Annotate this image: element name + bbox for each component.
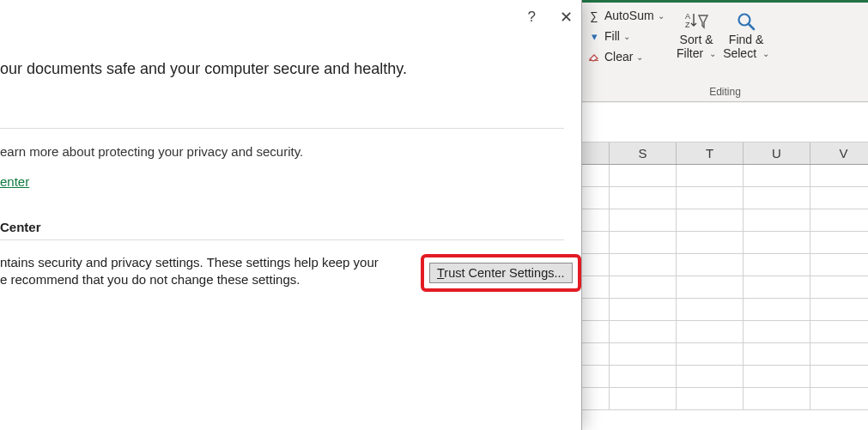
cell[interactable] <box>677 299 744 320</box>
cell[interactable] <box>677 254 744 276</box>
cell[interactable] <box>582 165 610 186</box>
cell[interactable] <box>582 209 610 231</box>
cell[interactable] <box>610 187 677 209</box>
column-header[interactable]: V <box>810 142 868 164</box>
cell[interactable] <box>677 165 744 186</box>
cell[interactable] <box>810 254 868 276</box>
cell[interactable] <box>677 388 744 409</box>
cell[interactable] <box>744 366 810 387</box>
table-row <box>582 388 868 410</box>
cell[interactable] <box>810 209 868 231</box>
trust-center-body: ntains security and privacy settings. Th… <box>0 254 379 288</box>
table-row <box>582 254 868 276</box>
privacy-subtext: earn more about protecting your privacy … <box>0 144 581 159</box>
cell[interactable] <box>744 343 810 365</box>
cell[interactable] <box>582 321 610 342</box>
cell[interactable] <box>610 366 677 387</box>
cell[interactable] <box>610 276 677 298</box>
cell[interactable] <box>744 254 810 276</box>
cell[interactable] <box>744 209 810 231</box>
eraser-icon <box>587 50 601 64</box>
ribbon-editing-group: ∑ AutoSum ⌄ ▾ Fill ⌄ Clear ⌄ <box>582 0 868 103</box>
cell[interactable] <box>610 343 677 365</box>
cell[interactable] <box>582 366 610 387</box>
clear-label: Clear <box>604 50 633 64</box>
sort-filter-label-1: Sort & <box>680 33 713 46</box>
cell[interactable] <box>582 254 610 276</box>
spreadsheet-grid[interactable]: S T U V <box>582 103 868 430</box>
ribbon-group-label: Editing <box>582 86 868 102</box>
cell[interactable] <box>810 187 868 209</box>
cell[interactable] <box>744 187 810 209</box>
trust-center-section-head: Center <box>0 220 581 234</box>
fill-down-icon: ▾ <box>587 30 601 43</box>
dropdown-caret-icon: ⌄ <box>762 49 769 58</box>
column-header[interactable]: T <box>677 142 744 164</box>
cell[interactable] <box>582 232 610 253</box>
svg-line-5 <box>749 24 754 29</box>
cell[interactable] <box>677 276 744 298</box>
cell[interactable] <box>610 388 677 409</box>
sort-filter-label-2: Filter <box>677 46 703 60</box>
column-header[interactable]: S <box>610 142 677 164</box>
cell[interactable] <box>677 343 744 365</box>
column-header[interactable] <box>582 142 610 164</box>
cell[interactable] <box>810 232 868 253</box>
cell[interactable] <box>810 343 868 365</box>
cell[interactable] <box>582 299 610 320</box>
dropdown-caret-icon: ⌄ <box>709 49 716 58</box>
dropdown-caret-icon: ⌄ <box>623 32 630 41</box>
find-select-button[interactable]: Find & Select⌄ <box>723 9 769 60</box>
help-button[interactable]: ? <box>528 9 536 26</box>
cell[interactable] <box>677 321 744 342</box>
sort-filter-icon: A Z <box>683 9 709 33</box>
cell[interactable] <box>744 388 810 409</box>
cell[interactable] <box>582 388 610 409</box>
cell[interactable] <box>810 165 868 186</box>
svg-text:A: A <box>685 12 690 21</box>
cell[interactable] <box>610 321 677 342</box>
cell[interactable] <box>677 232 744 253</box>
cell[interactable] <box>810 276 868 298</box>
cell[interactable] <box>810 299 868 320</box>
cell[interactable] <box>610 209 677 231</box>
cell[interactable] <box>582 276 610 298</box>
body-line-1: ntains security and privacy settings. Th… <box>0 254 379 271</box>
cell[interactable] <box>610 299 677 320</box>
cell[interactable] <box>810 321 868 342</box>
cell[interactable] <box>582 343 610 365</box>
table-row <box>582 209 868 232</box>
table-row <box>582 187 868 209</box>
trust-center-settings-button[interactable]: Trust Center Settings... <box>429 263 573 283</box>
cell[interactable] <box>677 209 744 231</box>
cell[interactable] <box>610 232 677 253</box>
dropdown-caret-icon: ⌄ <box>636 52 643 62</box>
cell[interactable] <box>744 232 810 253</box>
trust-center-dialog: ? ✕ our documents safe and your computer… <box>0 0 582 430</box>
highlight-annotation: Trust Center Settings... <box>421 254 581 292</box>
table-row <box>582 232 868 254</box>
magnifier-icon <box>735 9 757 33</box>
cell[interactable] <box>582 187 610 209</box>
cell[interactable] <box>744 299 810 320</box>
column-header-row: S T U V <box>582 142 868 165</box>
cell[interactable] <box>610 254 677 276</box>
cell[interactable] <box>744 165 810 186</box>
cell[interactable] <box>810 366 868 387</box>
privacy-link[interactable]: enter <box>0 174 29 189</box>
sigma-icon: ∑ <box>587 9 601 22</box>
cell[interactable] <box>744 321 810 342</box>
cell[interactable] <box>677 187 744 209</box>
cell[interactable] <box>677 366 744 387</box>
cell[interactable] <box>744 276 810 298</box>
table-row <box>582 366 868 388</box>
fill-label: Fill <box>604 29 620 43</box>
cell[interactable] <box>810 388 868 409</box>
cell[interactable] <box>610 165 677 186</box>
dropdown-caret-icon: ⌄ <box>658 11 665 21</box>
sort-filter-button[interactable]: A Z Sort & Filter⌄ <box>677 9 716 60</box>
close-button[interactable]: ✕ <box>560 8 573 27</box>
column-header[interactable]: U <box>744 142 810 164</box>
divider <box>0 128 564 129</box>
body-line-2: e recommend that you do not change these… <box>0 271 379 288</box>
